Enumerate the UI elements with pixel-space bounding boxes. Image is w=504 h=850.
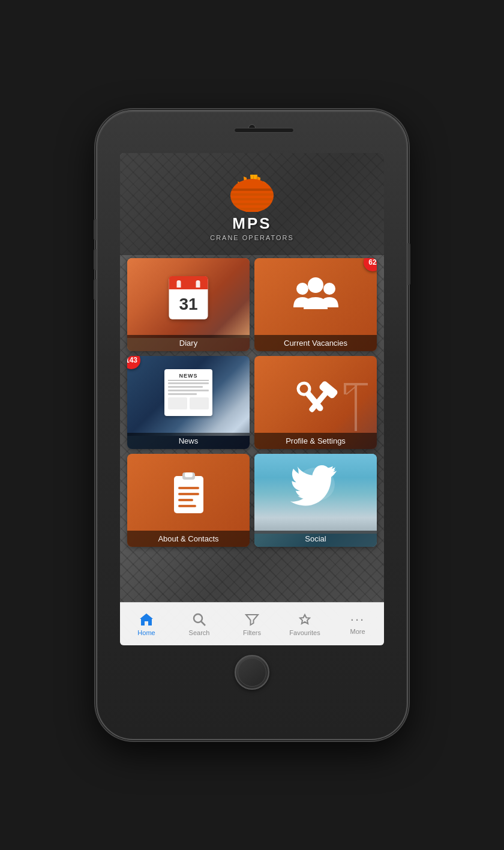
app-subtitle: CRANE OPERATORS — [210, 234, 294, 241]
menu-item-diary[interactable]: 31 Diary — [127, 258, 250, 351]
tab-favourites[interactable]: Favourites — [278, 603, 331, 645]
tab-search[interactable]: Search — [173, 603, 226, 645]
phone-bottom — [235, 645, 269, 699]
svg-rect-25 — [344, 385, 346, 394]
menu-item-social[interactable]: Social — [254, 454, 377, 547]
menu-grid: 31 Diary — [127, 258, 377, 547]
svg-point-16 — [323, 283, 335, 295]
svg-rect-14 — [230, 188, 274, 191]
menu-item-about[interactable]: About & Contacts — [127, 454, 250, 547]
svg-rect-33 — [178, 505, 196, 507]
menu-item-news[interactable]: NEWS News 143 — [127, 356, 250, 449]
about-icon — [169, 470, 208, 518]
home-button[interactable] — [235, 655, 269, 690]
profile-icon — [290, 372, 341, 420]
phone-outer: MPS CRANE OPERATORS — [96, 110, 408, 740]
menu-item-profile[interactable]: Profile & Settings — [254, 356, 377, 449]
svg-rect-29 — [185, 472, 193, 477]
about-label: About & Contacts — [127, 531, 250, 547]
svg-line-36 — [202, 622, 206, 626]
svg-rect-30 — [178, 487, 199, 489]
phone-top — [97, 111, 407, 153]
svg-rect-10 — [230, 193, 274, 196]
news-label: News — [127, 433, 250, 449]
svg-rect-13 — [230, 208, 274, 210]
home-button-inner — [238, 658, 266, 687]
svg-rect-11 — [230, 198, 274, 200]
svg-point-15 — [296, 283, 308, 295]
tab-more[interactable]: ··· More — [331, 603, 384, 645]
search-icon — [191, 612, 207, 627]
speaker — [234, 128, 294, 133]
diary-number: 31 — [179, 295, 197, 314]
svg-rect-31 — [178, 493, 199, 495]
svg-rect-24 — [344, 383, 368, 385]
favourites-icon — [297, 612, 313, 627]
more-icon: ··· — [350, 613, 365, 626]
tab-bar: Home Search — [120, 602, 384, 645]
phone-screen: MPS CRANE OPERATORS — [120, 153, 384, 645]
tab-more-label: More — [350, 628, 365, 635]
svg-rect-12 — [230, 203, 274, 205]
social-label: Social — [254, 531, 377, 547]
vacancies-icon — [290, 274, 341, 322]
tab-home-label: Home — [137, 629, 155, 636]
svg-rect-23 — [355, 383, 357, 431]
tab-filters[interactable]: Filters — [226, 603, 278, 645]
svg-point-35 — [194, 614, 202, 622]
svg-rect-32 — [178, 499, 193, 501]
tab-favourites-label: Favourites — [289, 629, 320, 636]
app-header: MPS CRANE OPERATORS — [120, 153, 384, 255]
svg-point-17 — [308, 277, 323, 293]
home-icon — [139, 612, 154, 627]
screen-background: MPS CRANE OPERATORS — [120, 153, 384, 645]
diary-label: Diary — [127, 335, 250, 351]
profile-label: Profile & Settings — [254, 433, 377, 449]
filter-icon — [244, 612, 260, 627]
tab-home[interactable]: Home — [120, 603, 173, 645]
tab-filters-label: Filters — [243, 629, 261, 636]
tab-search-label: Search — [189, 629, 210, 636]
vacancies-label: Current Vacancies — [254, 335, 377, 351]
sun-logo — [225, 173, 279, 212]
app-title: MPS — [232, 214, 271, 233]
menu-item-vacancies[interactable]: Current Vacancies 62 — [254, 258, 377, 351]
